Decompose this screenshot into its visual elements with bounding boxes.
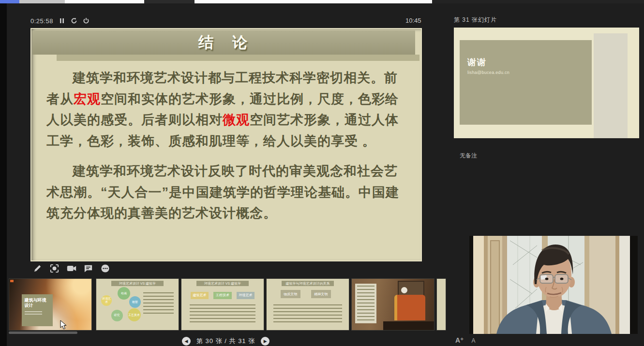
next-glyph: ▶ <box>264 339 267 344</box>
concept-box: 工程技术 <box>213 292 231 300</box>
thumbnail-title: 环境艺术设计 VS 建筑学 <box>111 281 164 286</box>
diagram-circle: 研究 <box>111 310 123 321</box>
highlighted-term-macro: 宏观 <box>74 92 101 106</box>
placeholder-text-lines <box>25 311 43 315</box>
browser-tab-strip-segment <box>19 0 65 3</box>
current-slide-canvas: 结 论 建筑学和环境艺术设计都与工程技术科学密切相关。前者从宏观空间和实体的艺术… <box>30 28 422 261</box>
next-slide-panel-title: 第 31 张幻灯片 <box>454 16 497 24</box>
quote-text-box <box>355 284 376 324</box>
browser-tab-strip-segment <box>0 0 19 3</box>
slide-paragraph-1: 建筑学和环境艺术设计都与工程技术科学密切相关。前者从宏观空间和实体的艺术形象，通… <box>46 68 407 152</box>
preview-email: lisha@bucea.edu.cn <box>467 70 509 75</box>
more-ellipsis-icon[interactable] <box>100 263 111 274</box>
thumbnail-slide-three-boxes[interactable]: 环境艺术设计 VS 建筑学 建筑艺术 工程技术 环境艺术 <box>181 278 264 331</box>
next-slide-preview[interactable]: 谢谢 lisha@bucea.edu.cn <box>454 28 639 138</box>
placeholder-text-lines <box>357 286 374 321</box>
browser-tab-strip-segment <box>144 0 195 3</box>
presenter-webcam-video[interactable] <box>469 236 638 334</box>
concept-box: 环境艺术 <box>237 292 255 300</box>
app-window: 0:25:58 10:45 结 论 建筑学和环境艺术设计都与工程技术科学密切相关… <box>0 0 644 346</box>
mouse-cursor <box>60 320 67 330</box>
camera-icon[interactable] <box>66 263 77 274</box>
diagram-circle: 工艺美术 <box>128 308 141 321</box>
font-larger-button[interactable]: A⁺ <box>455 336 464 344</box>
thumbnail-title: 建筑学与环境艺术设计的关系 <box>282 281 334 286</box>
webcam-frame <box>469 236 638 334</box>
pen-icon[interactable] <box>32 263 43 274</box>
notes-font-controls: A⁺ A <box>455 336 476 344</box>
thumbnail-slide-diagram[interactable]: 环境艺术设计 VS 建筑学 绘画 雕塑 环境艺术 研究 工艺美术 <box>96 278 179 331</box>
pause-icon[interactable] <box>59 17 65 24</box>
font-smaller-button[interactable]: A <box>472 337 476 344</box>
slide-paragraph-2: 建筑学和环境艺术设计反映了时代的审美观念和社会艺术思潮。“天人合一”是中国建筑学… <box>46 161 407 224</box>
slide-title: 结 论 <box>198 32 249 53</box>
browser-tab-strip <box>0 0 644 3</box>
placeholder-text-lines <box>143 292 174 316</box>
filmstrip-scrollbar[interactable] <box>9 332 77 334</box>
thumbnail-slide-cover[interactable]: 建筑与环境 设计 <box>9 278 92 331</box>
placeholder-text-lines <box>273 304 343 323</box>
preview-olive-block <box>460 40 592 125</box>
presenter-timer-bar: 0:25:58 <box>30 16 90 25</box>
prev-glyph: ◀ <box>185 339 188 344</box>
concept-box: 精神文明 <box>311 290 331 298</box>
diagram-circle: 雕塑 <box>129 296 141 308</box>
browser-tab-strip-segment <box>195 0 432 3</box>
diagram-circle: 绘画 <box>118 287 130 300</box>
cover-title-box: 建筑与环境 设计 <box>22 294 53 326</box>
cover-title-line: 建筑与环境 <box>25 298 50 303</box>
concept-box: 物质文明 <box>281 290 300 298</box>
slide-title-banner: 结 论 <box>32 30 415 55</box>
photo-person-robe <box>394 295 425 320</box>
concept-box: 建筑艺术 <box>191 292 209 300</box>
wall-clock-time: 10:45 <box>405 17 421 24</box>
refresh-icon[interactable] <box>71 17 77 24</box>
comment-icon[interactable] <box>83 263 94 274</box>
page-indicator: 第 30 张 / 共 31 张 <box>196 337 255 346</box>
thumbnail-badge <box>10 280 14 282</box>
annotation-toolbar <box>32 263 111 274</box>
speaker-notes-empty-label: 无备注 <box>460 152 477 160</box>
laser-pointer-icon[interactable] <box>49 263 60 274</box>
cover-title-line: 设计 <box>25 303 50 308</box>
preview-heading: 谢谢 <box>467 57 487 68</box>
photo-desk <box>383 321 434 330</box>
thumbnail-slide-partial[interactable] <box>436 278 446 331</box>
prev-arrow-icon[interactable]: ◀ <box>182 337 191 346</box>
power-icon[interactable] <box>83 17 90 24</box>
thumbnail-slide-photo[interactable] <box>351 278 434 331</box>
placeholder-text-lines <box>190 304 255 323</box>
photo-person-head <box>401 287 407 293</box>
thumbnail-title: 环境艺术设计 VS 建筑学 <box>196 281 249 286</box>
diagram-circle: 环境艺术 <box>101 295 112 306</box>
elapsed-timer: 0:25:58 <box>30 17 53 25</box>
browser-tab-strip-segment <box>432 0 644 3</box>
browser-tab-strip-segment <box>65 0 144 3</box>
highlighted-term-micro: 微观 <box>223 113 250 127</box>
slide-body-text: 建筑学和环境艺术设计都与工程技术科学密切相关。前者从宏观空间和实体的艺术形象，通… <box>46 68 407 224</box>
slide-page-navigation: ◀ 第 30 张 / 共 31 张 ▶ <box>182 336 270 346</box>
thumbnail-slide-two-boxes[interactable]: 建筑学与环境艺术设计的关系 物质文明 精神文明 <box>266 278 349 331</box>
next-arrow-icon[interactable]: ▶ <box>261 337 270 346</box>
preview-right-strip <box>594 33 628 138</box>
